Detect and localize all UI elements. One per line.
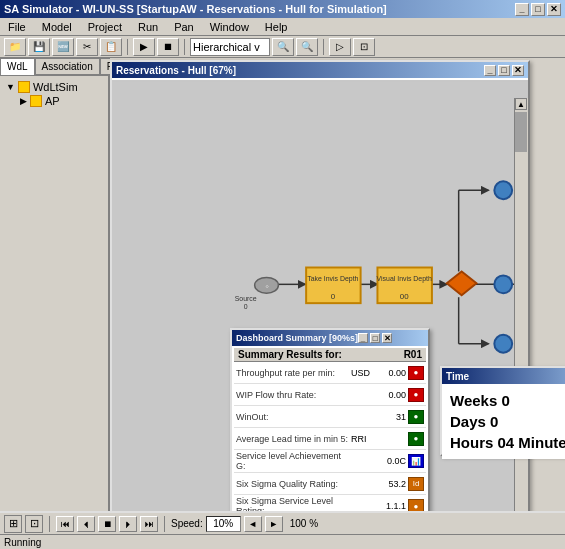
tree-icon-1 xyxy=(18,81,30,93)
svg-text:Source: Source xyxy=(235,295,257,302)
speed-label: Speed: xyxy=(171,518,203,529)
play-stop[interactable]: ⏹ xyxy=(98,516,116,532)
res-minimize[interactable]: _ xyxy=(484,65,496,76)
dash-value-0: 0.00 xyxy=(376,368,406,378)
dash-minimize[interactable]: _ xyxy=(358,333,368,343)
time-title-text: Time xyxy=(446,371,469,382)
minimize-button[interactable]: _ xyxy=(515,3,529,16)
dash-icon-0[interactable]: ● xyxy=(408,366,424,380)
dash-unit-0: USD xyxy=(351,368,376,378)
tool-btn-7[interactable]: ⏹ xyxy=(157,38,179,56)
tool-extra-2[interactable]: ⊡ xyxy=(353,38,375,56)
dashboard-row-3: Average Lead time in min 5: RRI ● xyxy=(234,428,426,450)
toolbar-separator-2 xyxy=(184,39,185,55)
dashboard-title-text: Dashboard Summary [90%s] xyxy=(236,333,358,343)
left-panel-content: ▼ WdLtSim ▶ AP xyxy=(0,76,108,511)
step-value: 100 % xyxy=(290,518,318,529)
status-text: Running xyxy=(4,537,41,548)
tab-wdl[interactable]: WdL xyxy=(0,58,35,75)
title-bar-buttons: _ □ ✕ xyxy=(515,3,561,16)
status-bar: ⊞ ⊡ ⏮ ⏴ ⏹ ⏵ ⏭ Speed: ◄ ► 100 % Running xyxy=(0,511,565,549)
status-text-bar: Running xyxy=(0,535,565,549)
svg-text:⬦: ⬦ xyxy=(265,282,269,289)
dash-label-0: Throughput rate per min: xyxy=(236,368,351,378)
tool-extra-1[interactable]: ▷ xyxy=(329,38,351,56)
close-button[interactable]: ✕ xyxy=(547,3,561,16)
node-server: Visual Invis Depth 00 xyxy=(377,267,432,303)
svg-text:00: 00 xyxy=(400,292,409,301)
tree-item-wdltsim[interactable]: ▼ WdLtSim xyxy=(4,80,104,94)
scroll-thumb-v[interactable] xyxy=(515,112,527,152)
dash-icon-2[interactable]: ● xyxy=(408,410,424,424)
tree-arrow-2: ▶ xyxy=(20,96,27,106)
res-close[interactable]: ✕ xyxy=(512,65,524,76)
node-circle-top-left xyxy=(494,181,512,199)
node-circle-mid xyxy=(494,275,512,293)
dash-label-5: Six Sigma Quality Rating: xyxy=(236,479,351,489)
tree-label-1: WdLtSim xyxy=(33,81,78,93)
dash-icon-3[interactable]: ● xyxy=(408,432,424,446)
dash-label-1: WIP Flow thru Rate: xyxy=(236,390,351,400)
time-body: Weeks 0 Days 0 Hours 04 Minutes 22 xyxy=(442,384,565,459)
menu-help[interactable]: Help xyxy=(261,20,292,34)
maximize-button[interactable]: □ xyxy=(531,3,545,16)
tree-item-ap[interactable]: ▶ AP xyxy=(4,94,104,108)
tool-btn-4[interactable]: ✂ xyxy=(76,38,98,56)
play-to-end[interactable]: ⏭ xyxy=(140,516,158,532)
menu-window[interactable]: Window xyxy=(206,20,253,34)
results-label: Summary Results for: xyxy=(238,349,342,360)
play-to-start[interactable]: ⏮ xyxy=(56,516,74,532)
dashboard-header: Summary Results for: R01 xyxy=(234,348,426,362)
dash-unit-3: RRI xyxy=(351,434,376,444)
step-left[interactable]: ◄ xyxy=(244,516,262,532)
dash-icon-5[interactable]: Id xyxy=(408,477,424,491)
dash-icon-4[interactable]: 📊 xyxy=(408,454,424,468)
menu-run[interactable]: Run xyxy=(134,20,162,34)
toolbar-separator-3 xyxy=(323,39,324,55)
reservations-title: Reservations - Hull [67%] xyxy=(116,65,484,76)
dash-icon-6[interactable]: ● xyxy=(408,499,424,511)
dash-icon-1[interactable]: ● xyxy=(408,388,424,402)
results-value: R01 xyxy=(404,349,422,360)
scroll-up-btn[interactable]: ▲ xyxy=(515,98,527,110)
dashboard-window: Dashboard Summary [90%s] _ □ ✕ Summary R… xyxy=(230,328,430,511)
svg-text:0: 0 xyxy=(331,292,336,301)
menu-bar: File Model Project Run Pan Window Help xyxy=(0,18,565,36)
tool-btn-3[interactable]: 🆕 xyxy=(52,38,74,56)
play-forward[interactable]: ⏵ xyxy=(119,516,137,532)
tool-btn-6[interactable]: ▶ xyxy=(133,38,155,56)
time-line-3: Hours 04 Minutes 22 xyxy=(450,432,565,453)
playback-bar: ⊞ ⊡ ⏮ ⏴ ⏹ ⏵ ⏭ Speed: ◄ ► 100 % xyxy=(0,513,565,535)
menu-project[interactable]: Project xyxy=(84,20,126,34)
menu-file[interactable]: File xyxy=(4,20,30,34)
dashboard-row-2: WinOut: 31 ● xyxy=(234,406,426,428)
left-panel: WdL Association Runs ▼ WdLtSim ▶ AP xyxy=(0,58,110,511)
tool-btn-5[interactable]: 📋 xyxy=(100,38,122,56)
dash-maximize[interactable]: □ xyxy=(370,333,380,343)
tree-label-2: AP xyxy=(45,95,60,107)
zoom-in-btn[interactable]: 🔍 xyxy=(272,38,294,56)
content-area: WdL Association Runs ▼ WdLtSim ▶ AP xyxy=(0,58,565,511)
svg-text:Visual Invis Depth: Visual Invis Depth xyxy=(377,275,432,283)
time-line-2: Days 0 xyxy=(450,411,565,432)
speed-input[interactable] xyxy=(206,516,241,532)
status-sep-2 xyxy=(164,516,165,532)
tool-btn-1[interactable]: 📁 xyxy=(4,38,26,56)
zoom-out-btn[interactable]: 🔍 xyxy=(296,38,318,56)
play-reverse[interactable]: ⏴ xyxy=(77,516,95,532)
res-maximize[interactable]: □ xyxy=(498,65,510,76)
tool-btn-2[interactable]: 💾 xyxy=(28,38,50,56)
small-icon-2: ⊡ xyxy=(25,515,43,533)
dashboard-row-6: Six Sigma Service Level Rating: 1.1.1 ● xyxy=(234,495,426,511)
dashboard-row-1: WIP Flow thru Rate: 0.00 ● xyxy=(234,384,426,406)
tree-arrow-1: ▼ xyxy=(6,82,15,92)
dash-close[interactable]: ✕ xyxy=(382,333,392,343)
dashboard-row-4: Service level Achievement G: 0.0C 📊 xyxy=(234,450,426,473)
step-right[interactable]: ► xyxy=(265,516,283,532)
dash-label-6: Six Sigma Service Level Rating: xyxy=(236,496,351,511)
view-dropdown[interactable]: Hierarchical v xyxy=(190,38,270,56)
menu-model[interactable]: Model xyxy=(38,20,76,34)
menu-pan[interactable]: Pan xyxy=(170,20,198,34)
tab-association[interactable]: Association xyxy=(35,58,100,75)
dashboard-row-0: Throughput rate per min: USD 0.00 ● xyxy=(234,362,426,384)
